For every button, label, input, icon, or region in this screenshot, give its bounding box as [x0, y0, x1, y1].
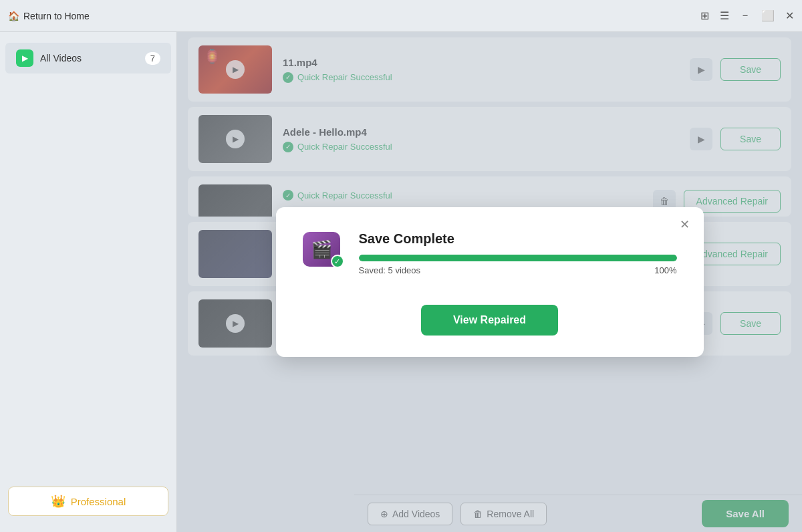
modal-footer: View Repaired — [303, 305, 677, 336]
progress-bar-bg — [359, 255, 677, 261]
sidebar-item-all-videos[interactable]: ▶ All Videos 7 — [5, 43, 171, 74]
repair-icon: 🎬 — [311, 239, 332, 260]
progress-percent: 100% — [654, 265, 676, 275]
sidebar-bottom: 👑 Professional — [0, 481, 176, 521]
all-videos-icon: ▶ — [16, 49, 33, 67]
modal-title-area: Save Complete Saved: 5 videos 100% — [359, 231, 677, 275]
save-complete-modal: ✕ 🎬 ✓ Save Complete — [276, 207, 704, 357]
modal-content: 🎬 ✓ Save Complete Saved: 5 videos — [303, 231, 677, 336]
modal-progress-row: Saved: 5 videos 100% — [359, 265, 677, 275]
modal-overlay: ✕ 🎬 ✓ Save Complete — [177, 32, 802, 532]
return-home-label: Return to Home — [23, 11, 90, 21]
title-bar-left: 🏠 Return to Home — [8, 11, 90, 21]
professional-button[interactable]: 👑 Professional — [8, 487, 168, 516]
repair-icon-box: 🎬 ✓ — [303, 232, 340, 267]
crown-icon: 👑 — [51, 494, 65, 509]
content-area: 🏮 ▶ 11.mp4 ✓ Quick Repair Successful ▶ S… — [177, 32, 802, 532]
sidebar: ▶ All Videos 7 👑 Professional — [0, 32, 177, 532]
pro-label: Professional — [71, 496, 126, 507]
maximize-icon[interactable]: ⬜ — [761, 9, 775, 22]
window-controls: ⊞ ☰ － ⬜ ✕ — [700, 9, 794, 23]
all-videos-count: 7 — [145, 52, 160, 65]
return-home-button[interactable]: 🏠 Return to Home — [8, 11, 90, 21]
saved-label: Saved: 5 videos — [359, 265, 421, 275]
sidebar-item-left: ▶ All Videos — [16, 49, 82, 67]
menu-icon[interactable]: ☰ — [720, 9, 729, 22]
home-icon: 🏠 — [8, 11, 19, 21]
minimize-icon[interactable]: － — [740, 9, 751, 23]
modal-close-button[interactable]: ✕ — [677, 217, 693, 233]
app-body: ▶ All Videos 7 👑 Professional 🏮 ▶ — [0, 32, 802, 532]
close-icon[interactable]: ✕ — [785, 9, 794, 22]
view-repaired-label: View Repaired — [453, 314, 526, 325]
modal-icon: 🎬 ✓ — [303, 232, 346, 275]
modal-top: 🎬 ✓ Save Complete Saved: 5 videos — [303, 231, 677, 275]
caption-icon[interactable]: ⊞ — [700, 9, 709, 22]
all-videos-label: All Videos — [40, 53, 82, 63]
progress-bar-fill — [359, 255, 677, 261]
check-badge: ✓ — [331, 255, 344, 268]
title-bar: 🏠 Return to Home ⊞ ☰ － ⬜ ✕ — [0, 0, 802, 32]
modal-title: Save Complete — [359, 231, 677, 247]
view-repaired-button[interactable]: View Repaired — [421, 305, 558, 336]
